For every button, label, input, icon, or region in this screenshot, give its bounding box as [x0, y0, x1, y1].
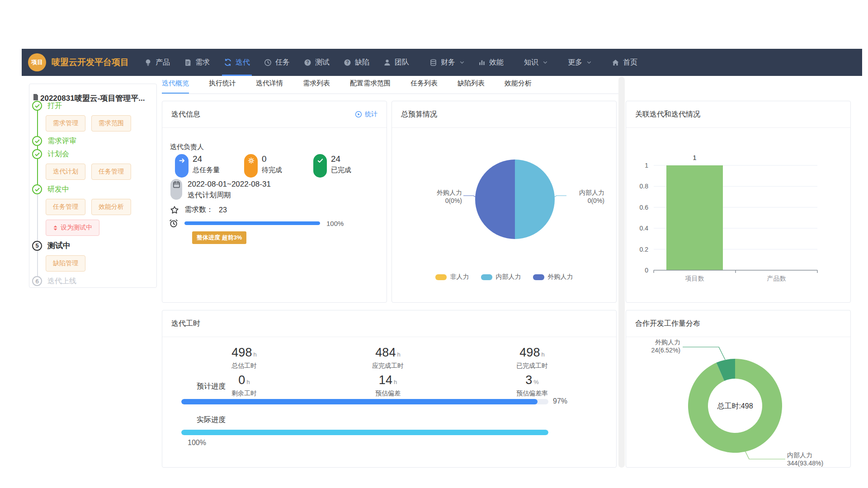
- workflow-step-研发中[interactable]: 研发中: [29, 184, 156, 194]
- requirement-label: 需求数：: [184, 205, 213, 215]
- svg-text:0.2: 0.2: [640, 246, 649, 253]
- nav-item-团队[interactable]: 团队: [383, 49, 409, 76]
- project-title[interactable]: 20220831唛盟云-项目管理平...: [40, 93, 155, 103]
- nav-item-任务[interactable]: 任务: [264, 49, 290, 76]
- project-logo: 项目: [28, 53, 46, 71]
- step-label: 计划会: [47, 150, 69, 159]
- step-action-需求范围[interactable]: 需求范围: [91, 115, 131, 131]
- step-action-需求管理[interactable]: 需求管理: [46, 115, 85, 131]
- svg-text:1: 1: [693, 154, 696, 161]
- step-action-迭代计划[interactable]: 迭代计划: [46, 164, 85, 180]
- svg-text:?: ?: [346, 60, 349, 65]
- tab-任务列表[interactable]: 任务列表: [410, 79, 438, 94]
- nav-item-知识[interactable]: 知识: [524, 49, 547, 76]
- actual-progress-bar: [181, 430, 548, 435]
- nav-item-更多[interactable]: 更多: [568, 49, 591, 76]
- stat-label: 总任务量: [193, 164, 220, 176]
- hours-stat-col: 498h已完成工时3%预估偏差率: [482, 346, 582, 401]
- tab-迭代详情[interactable]: 迭代详情: [256, 79, 283, 94]
- nav-item-产品[interactable]: 产品: [144, 49, 170, 76]
- check-icon: [317, 157, 324, 178]
- step-indicator: 5: [32, 241, 42, 251]
- nav-item-label: 团队: [395, 58, 409, 67]
- workflow-step-需求评审[interactable]: 需求评审: [29, 136, 156, 146]
- tab-迭代概览[interactable]: 迭代概览: [162, 79, 189, 94]
- nav-item-label: 缺陷: [355, 58, 369, 67]
- coop-card: 合作开发工作量分布 总工时:498外购人力24(6.52%)内部人力344(93…: [626, 310, 851, 468]
- step-indicator: [32, 149, 42, 159]
- svg-text:外购人力: 外购人力: [655, 338, 680, 346]
- relation-bar-chart: 00.20.40.60.811项目数产品数: [626, 128, 850, 303]
- tab-执行统计[interactable]: 执行统计: [209, 79, 236, 94]
- product-icon: [144, 59, 152, 66]
- updown-icon: [53, 225, 58, 231]
- hours-stat-col: 484h应完成工时14h预估偏差: [338, 346, 438, 401]
- svg-text:内部人力: 内部人力: [787, 451, 812, 459]
- card-title: 关联迭代和迭代情况: [635, 110, 700, 119]
- svg-text:0.4: 0.4: [640, 225, 649, 232]
- period-value: 2022-08-01~2022-08-31: [188, 179, 271, 190]
- period-row: 2022-08-01~2022-08-31 迭代计划周期: [170, 179, 271, 201]
- stat-value: 24: [193, 154, 220, 164]
- stats-link[interactable]: 统计: [355, 110, 377, 118]
- svg-text:24(6.52%): 24(6.52%): [651, 347, 680, 354]
- nav-item-label: 知识: [524, 58, 538, 67]
- team-icon: [383, 59, 391, 66]
- workflow-step-迭代上线[interactable]: 6迭代上线: [29, 276, 156, 286]
- iteration-info-card: 迭代信息 统计 迭代负责人 24总任务量0待完成24已完成 2022-08-01…: [162, 101, 387, 303]
- step-indicator: [32, 184, 42, 194]
- nav-menu: 产品需求迭代任务?测试?缺陷团队财务效能知识更多首页: [144, 49, 651, 76]
- legend-item-内部人力[interactable]: 内部人力: [481, 273, 521, 281]
- project-icon: [33, 94, 38, 100]
- svg-text:产品数: 产品数: [767, 275, 786, 282]
- home-icon: [612, 59, 619, 66]
- nav-item-label: 更多: [568, 58, 582, 67]
- nav-item-迭代[interactable]: 迭代: [224, 49, 250, 76]
- tab-配置需求范围[interactable]: 配置需求范围: [350, 79, 391, 94]
- vertical-scrollbar[interactable]: [618, 77, 625, 468]
- overall-progress-bar: [184, 221, 320, 225]
- coop-donut-chart: 总工时:498外购人力24(6.52%)内部人力344(93.48%): [626, 337, 850, 468]
- app-window: 项目 唛盟云开发平台项目 产品需求迭代任务?测试?缺陷团队财务效能知识更多首页 …: [22, 49, 862, 468]
- workflow-step-测试中[interactable]: 5测试中: [29, 240, 156, 251]
- top-navbar: 项目 唛盟云开发平台项目 产品需求迭代任务?测试?缺陷团队财务效能知识更多首页: [22, 49, 862, 76]
- nav-item-测试[interactable]: ?测试: [304, 49, 330, 76]
- help-icon: ?: [304, 59, 311, 66]
- requirement-row: 需求数： 23: [170, 205, 227, 215]
- pie-legend: 非人力内部人力外购人力: [392, 273, 616, 281]
- requirement-icon: [184, 59, 192, 66]
- nav-item-财务[interactable]: 财务: [429, 49, 464, 76]
- legend-item-外购人力[interactable]: 外购人力: [533, 273, 573, 281]
- nav-item-需求[interactable]: 需求: [184, 49, 210, 76]
- nav-item-效能[interactable]: 效能: [478, 49, 504, 76]
- actual-progress-label: 实际进度: [197, 415, 226, 425]
- main-content: 20220831唛盟云-项目管理平... 打开需求管理需求范围需求评审计划会迭代…: [22, 76, 862, 468]
- stat-pill-总任务量: 24总任务量: [175, 154, 220, 178]
- app-title: 唛盟云开发平台项目: [52, 56, 129, 68]
- step-action-设为测试中[interactable]: 设为测试中: [46, 220, 99, 236]
- step-action-任务管理[interactable]: 任务管理: [46, 199, 85, 215]
- owner-label: 迭代负责人: [170, 143, 204, 151]
- step-action-效能分析[interactable]: 效能分析: [91, 199, 131, 215]
- actual-progress-percent: 100%: [188, 439, 206, 447]
- workflow-step-计划会[interactable]: 计划会: [29, 149, 156, 159]
- nav-item-label: 首页: [623, 58, 637, 67]
- step-action-任务管理[interactable]: 任务管理: [91, 164, 131, 180]
- nav-item-首页[interactable]: 首页: [612, 49, 637, 76]
- svg-text:0.8: 0.8: [640, 183, 649, 190]
- workflow-sidebar: 20220831唛盟云-项目管理平... 打开需求管理需求范围需求评审计划会迭代…: [29, 84, 157, 288]
- nav-item-label: 测试: [315, 58, 330, 67]
- tab-缺陷列表[interactable]: 缺陷列表: [458, 79, 485, 94]
- planned-progress-bar: [181, 399, 548, 404]
- step-action-缺陷管理[interactable]: 缺陷管理: [46, 255, 85, 272]
- stat-pill-待完成: 0待完成: [244, 154, 282, 178]
- requirement-count: 23: [219, 206, 227, 214]
- task-icon: [264, 59, 272, 66]
- arrow-right-icon: [179, 157, 185, 178]
- tab-效能分析[interactable]: 效能分析: [505, 79, 532, 94]
- nav-item-缺陷[interactable]: ?缺陷: [344, 49, 369, 76]
- card-title: 合作开发工作量分布: [635, 319, 700, 328]
- overall-progress-percent: 100%: [326, 220, 344, 227]
- tab-需求列表[interactable]: 需求列表: [303, 79, 330, 94]
- legend-item-非人力[interactable]: 非人力: [435, 273, 469, 281]
